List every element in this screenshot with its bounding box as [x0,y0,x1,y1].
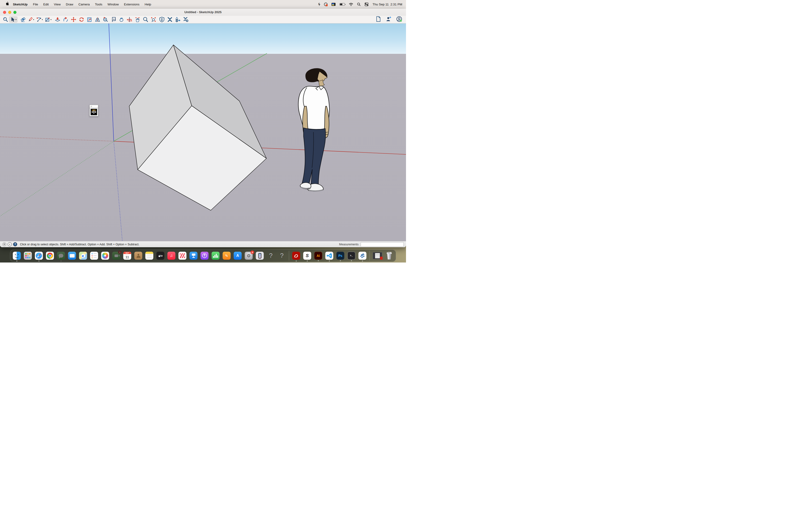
menu-window[interactable]: Window [105,0,121,9]
eraser-tool-button[interactable] [19,16,27,23]
minimize-button[interactable] [8,11,11,14]
measurements-input[interactable] [361,242,404,247]
rotate-tool-button[interactable] [78,16,85,23]
dock-iphone-mirroring[interactable] [256,252,264,260]
dock-terminal[interactable]: >_ [348,252,355,260]
pan-tool-button[interactable] [134,16,141,23]
dock-acrobat[interactable] [292,252,300,260]
info-icon[interactable]: i [8,242,12,246]
send-to-layout-button[interactable] [174,16,181,23]
input-source-icon[interactable] [332,3,336,6]
menu-extensions[interactable]: Extensions [121,0,142,9]
battery-icon[interactable] [339,3,345,6]
viewport-canvas[interactable] [0,24,406,241]
menu-app-name[interactable]: SketchUp [10,0,30,9]
dock-maps[interactable] [79,252,87,260]
menu-file[interactable]: File [30,0,41,9]
dock-vscode[interactable] [325,252,333,260]
floating-window-titlebar[interactable] [90,105,98,108]
dock-numbers[interactable] [212,252,220,260]
line-tool-button[interactable] [27,16,35,23]
dock-pages[interactable]: ✎ [223,252,231,260]
flip-tool-button[interactable] [94,16,101,23]
scale-figure-person[interactable] [298,68,330,192]
paint-bucket-tool-button[interactable] [118,16,125,23]
dock-photoshop[interactable]: Ps [336,252,344,260]
dock-reminders[interactable] [90,252,98,260]
dock-app-store[interactable]: A [234,252,242,260]
dock-keynote[interactable] [189,252,198,260]
joint-push-pull-tool-icon[interactable] [91,109,97,115]
s-app-menubar-icon[interactable]: ϟ [318,2,320,6]
dock-podcasts[interactable] [201,252,209,260]
select-tool-button[interactable] [9,16,18,23]
control-center-icon[interactable] [365,3,368,6]
spotlight-search-icon[interactable] [357,3,361,6]
geolocation-icon[interactable]: ▼ [2,242,6,246]
tape-measure-tool-button[interactable] [102,16,109,23]
dock-notes[interactable] [145,252,153,260]
extension-warehouse-button[interactable] [166,16,173,23]
dock-s-app[interactable]: S [303,252,311,260]
title-bar[interactable]: Untitled - SketchUp 2025 [0,9,406,16]
dock-minimized-window[interactable] [373,252,382,259]
search-tool-button[interactable] [2,16,9,23]
move-tool-button[interactable] [70,16,77,23]
extension-manager-button[interactable] [182,16,189,23]
menu-edit[interactable]: Edit [41,0,51,9]
menu-tools[interactable]: Tools [92,0,105,9]
select-arrow-icon [10,17,15,22]
text-tool-button[interactable]: A1 [110,16,117,23]
arc-tool-button[interactable] [35,16,44,23]
dock-launchpad[interactable] [24,252,32,260]
orbit-tool-button[interactable] [126,16,133,23]
follow-me-tool-button[interactable] [62,16,69,23]
menu-camera[interactable]: Camera [76,0,92,9]
new-file-button[interactable] [376,16,381,23]
menu-help[interactable]: Help [142,0,154,9]
dock-news[interactable] [179,252,186,260]
dock-mail[interactable] [68,252,76,260]
close-button[interactable] [3,11,6,14]
menu-draw[interactable]: Draw [63,0,76,9]
wifi-icon[interactable] [349,3,353,6]
dock-illustrator[interactable]: Ai [315,252,322,260]
zoom-extents-tool-button[interactable] [150,16,157,23]
push-pull-tool-button[interactable] [54,16,61,23]
dock-calendar[interactable]: SEP 11 [123,252,131,260]
dock-finder[interactable] [13,252,21,260]
fullscreen-button[interactable] [13,11,16,14]
dock-unknown-app-2[interactable]: ? [278,252,286,260]
arc-caret-icon[interactable] [42,18,43,21]
swirl-recorder-icon[interactable] [324,3,327,6]
menu-bar-clock[interactable]: Thu Sep 11 2:31 PM [372,3,402,6]
menu-view[interactable]: View [51,0,63,9]
help-icon[interactable]: ? [13,242,17,246]
dock-chrome[interactable] [46,252,54,260]
dock-safari[interactable] [35,252,43,260]
dock-apple-tv[interactable]: tv [156,252,165,260]
account-button[interactable] [396,16,402,23]
select-caret-icon[interactable] [16,18,16,21]
terminal-glyph: >_ [350,255,353,257]
zoom-tool-button[interactable] [142,16,149,23]
line-caret-icon[interactable] [33,18,34,21]
add-person-button[interactable] [386,16,392,23]
sketchup-logo [360,253,365,258]
dock-contacts[interactable] [134,252,142,260]
dock-messages[interactable] [57,252,65,260]
dock-trash[interactable] [385,252,393,260]
3d-warehouse-button[interactable] [158,16,165,23]
floating-tool-window[interactable] [90,105,98,116]
dock-facetime[interactable]: 1 [112,252,120,260]
dock-system-settings[interactable]: ⚙ 4 [245,252,253,260]
model-cube [129,45,266,210]
dock-unknown-app-1[interactable]: ? [267,252,275,260]
scale-tool-button[interactable] [86,16,93,23]
shapes-tool-button[interactable] [44,16,52,23]
shapes-caret-icon[interactable] [50,18,51,21]
apple-menu[interactable] [4,0,10,9]
dock-music[interactable]: ♫ [168,252,175,260]
dock-photos[interactable] [101,252,109,260]
dock-sketchup[interactable] [358,252,367,260]
